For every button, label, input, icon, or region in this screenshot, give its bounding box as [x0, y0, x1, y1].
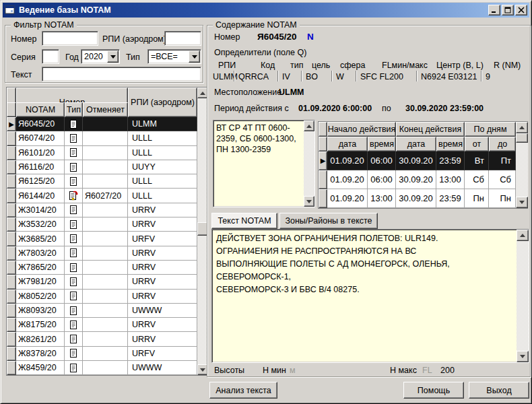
filter-rpi-input[interactable]	[164, 31, 201, 46]
table-row[interactable]: Ж3685/20URFV	[7, 232, 197, 246]
end-group-header[interactable]: Конец действия	[396, 122, 465, 137]
close-button[interactable]	[515, 5, 527, 15]
analyze-text-button[interactable]: Анализ текста	[209, 382, 277, 399]
q-separator	[356, 71, 357, 81]
maximize-button[interactable]	[502, 5, 514, 15]
help-button[interactable]: Помощь	[403, 382, 464, 399]
tab-zones-in-text[interactable]: Зоны/Районы в тексте	[279, 213, 378, 229]
table-row[interactable]: Ж8093/20UWWW	[7, 304, 197, 318]
cell-rpi: ULLL	[128, 189, 197, 203]
table-row[interactable]: Ж8378/20URFV	[7, 347, 197, 361]
schedule-row[interactable]: 01.09.2006:0030.09.2013:00СбСб	[319, 170, 516, 189]
table-row[interactable]: Ж3014/20URRV	[7, 203, 197, 217]
row-marker	[7, 275, 16, 289]
table-row[interactable]: Ж8052/20URRV	[7, 290, 197, 304]
scrollbar-up-button[interactable]	[517, 230, 529, 241]
filter-text-label: Текст	[11, 70, 32, 79]
rpi-column-header[interactable]: РПИ (аэродром)	[128, 88, 197, 117]
scrollbar-down-button[interactable]	[516, 197, 528, 208]
filter-type-value: =ВСЕ=	[148, 52, 189, 61]
filter-type-dropdown-button[interactable]	[189, 50, 200, 63]
tab-notam-text[interactable]: Текст NOTAM	[211, 213, 277, 229]
filter-number-label: Номер	[11, 34, 36, 44]
day-from-header[interactable]: от	[465, 137, 489, 152]
type-column-header[interactable]: Тип	[65, 102, 83, 117]
cancels-column-header[interactable]: Отменяет	[83, 102, 128, 117]
table-row[interactable]: Ж7803/20URRV	[7, 246, 197, 261]
schedule-row[interactable]: 01.09.2013:0030.09.2023:59ПнПн	[319, 189, 516, 208]
table-row[interactable]: Ж8459/20UWWW	[7, 361, 197, 375]
cell-day-from: Сб	[465, 170, 489, 189]
content-group: Содержание NOTAM Номер Я6045/20 N Опреде…	[207, 25, 531, 377]
filter-year-dropdown-button[interactable]	[107, 50, 119, 63]
cell-type	[65, 275, 83, 289]
content-number-flag: N	[307, 32, 314, 42]
cell-type	[65, 117, 83, 131]
notam-text-memo[interactable]: ДЕЙСТВУЕТ ЗОНА ОГРАНИЧЕНИЯ ПОЛЕТОВ: ULR1…	[211, 229, 529, 363]
schedule-memo-scrollbar[interactable]	[304, 121, 314, 207]
notam-column-header[interactable]: NOTAM	[16, 102, 65, 117]
filter-year-select[interactable]: 2020	[81, 49, 120, 64]
cell-cancels	[83, 246, 128, 261]
cell-notam: Я6045/20	[16, 117, 65, 131]
cell-rpi: URRV	[128, 275, 197, 289]
minimize-button[interactable]	[488, 5, 500, 15]
filter-text-input[interactable]	[42, 67, 201, 81]
schedule-memo[interactable]: ВТ СР 4Т ПТ 0600-2359, СБ 0600-1300, ПН …	[213, 120, 315, 207]
schedule-row[interactable]: ▶01.09.2006:0030.09.2023:59ВтПт	[319, 152, 516, 170]
q-header-fl: FLмин/макс	[382, 61, 428, 70]
scrollbar-down-button[interactable]	[517, 351, 529, 362]
cell-notam: Ж3685/20	[16, 232, 65, 246]
exit-button[interactable]: Выход	[469, 382, 529, 399]
filter-number-input[interactable]	[42, 31, 98, 46]
start-date-header[interactable]: дата	[327, 137, 368, 152]
start-group-header[interactable]: Начало действия	[327, 122, 396, 137]
chevron-down-icon	[110, 55, 116, 59]
cell-rpi: UWWW	[128, 304, 197, 318]
hmin-label: Н мин	[263, 366, 286, 375]
table-row[interactable]: Я6074/20ULLL	[7, 131, 197, 145]
cell-cancels	[83, 290, 128, 304]
end-time-header[interactable]: время	[436, 137, 465, 152]
filter-year-label: Год	[65, 53, 79, 62]
start-time-header[interactable]: время	[368, 137, 396, 152]
scrollbar-up-button[interactable]	[516, 122, 528, 133]
days-group-header[interactable]: По дням	[465, 122, 516, 137]
cell-day-to: Сб	[489, 170, 516, 189]
heights-label: Высоты	[214, 366, 244, 375]
cell-type	[65, 189, 83, 203]
schedule-grid-scrollbar[interactable]	[516, 122, 528, 208]
cell-cancels	[83, 275, 128, 289]
table-row[interactable]: Ж8261/20URRV	[7, 332, 197, 346]
cell-notam: Ж8175/20	[16, 318, 65, 332]
scrollbar-thumb[interactable]	[516, 133, 528, 143]
table-row[interactable]: ▶Я6045/20ULMM	[7, 117, 197, 131]
table-row[interactable]: Я6116/20UUYY	[7, 160, 197, 174]
table-row[interactable]: Ж7981/20URRV	[7, 275, 197, 289]
table-row[interactable]: Ж7865/20URRV	[7, 261, 197, 275]
scrollbar-up-button[interactable]	[304, 121, 314, 131]
table-row[interactable]: Ж3532/20URRV	[7, 217, 197, 232]
table-row[interactable]: Я6144/20Я6027/20ULLL	[7, 189, 197, 203]
day-to-header[interactable]: до	[489, 137, 516, 152]
scrollbar-down-button[interactable]	[304, 196, 314, 207]
document-icon	[69, 119, 77, 129]
filter-series-input[interactable]	[42, 49, 59, 64]
cell-rpi: ULMM	[128, 117, 197, 131]
cell-cancels	[83, 261, 128, 275]
schedule-grid-corner	[319, 122, 327, 137]
table-row[interactable]: Ж8175/20URRV	[7, 318, 197, 332]
notam-text-scrollbar[interactable]	[517, 230, 529, 362]
table-row[interactable]: Я6101/20ULLL	[7, 146, 197, 160]
cell-end-date: 30.09.20	[396, 170, 436, 189]
row-marker	[319, 189, 327, 208]
q-header-code: Код	[261, 61, 275, 70]
row-marker	[7, 146, 16, 160]
cell-day-to: Пн	[489, 189, 516, 208]
filter-type-select[interactable]: =ВСЕ=	[147, 49, 201, 64]
filter-year-value: 2020	[81, 52, 107, 61]
end-date-header[interactable]: дата	[396, 137, 436, 152]
table-row[interactable]: Я6125/20ULLL	[7, 174, 197, 189]
location-label: Местоположение	[214, 88, 281, 97]
cell-type	[65, 246, 83, 261]
